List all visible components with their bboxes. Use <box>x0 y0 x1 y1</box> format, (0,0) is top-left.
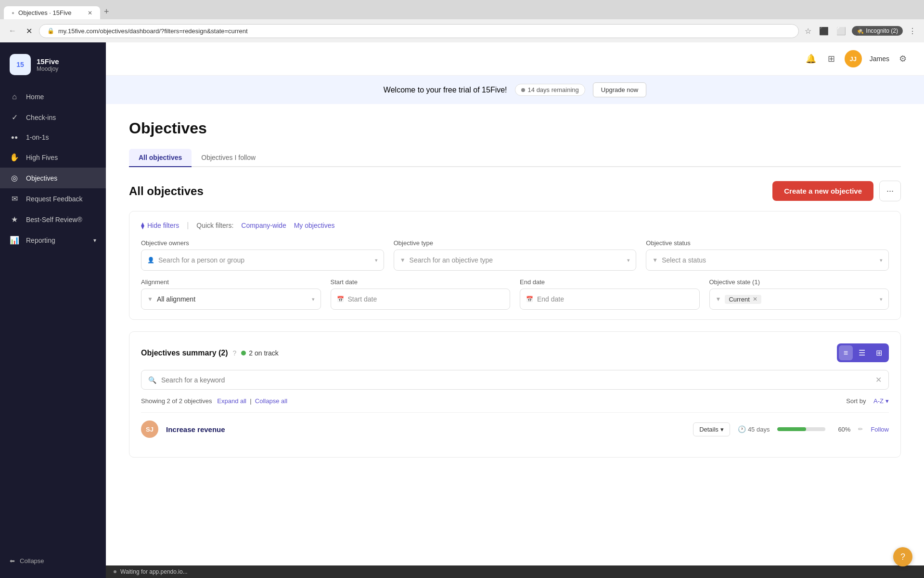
filter-type-dropdown[interactable]: ▼ Search for an objective type ▾ <box>394 250 637 271</box>
progress-bar <box>777 427 825 431</box>
more-options-button[interactable]: ··· <box>879 181 901 201</box>
filter-state-dropdown[interactable]: ▼ Current ✕ ▾ <box>709 289 889 310</box>
trial-days-label: 14 days remaining <box>528 86 579 93</box>
section-title: All objectives <box>129 184 204 198</box>
view-list-compact-button[interactable]: ≡ <box>839 345 853 360</box>
tab-objectives-i-follow[interactable]: Objectives I follow <box>192 149 265 167</box>
filter-startdate-placeholder: Start date <box>348 295 504 303</box>
sidebar-item-home[interactable]: ⌂ Home <box>0 87 106 107</box>
new-tab-button[interactable]: + <box>100 5 113 19</box>
address-bar[interactable]: 🔒 my.15five.com/objectives/dashboard/?fi… <box>39 24 799 38</box>
reporting-arrow-icon: ▾ <box>93 237 96 244</box>
back-button[interactable]: ← <box>6 25 19 37</box>
browser-nav-bar: ← ✕ 🔒 my.15five.com/objectives/dashboard… <box>0 19 924 42</box>
section-actions: Create a new objective ··· <box>772 181 901 201</box>
filter-status-dropdown[interactable]: ▼ Select a status ▾ <box>646 250 889 271</box>
table-row: SJ Increase revenue Details ▾ 🕐 45 days <box>141 412 889 446</box>
summary-title: Objectives summary (2) <box>141 349 228 357</box>
checkins-icon: ✓ <box>10 113 19 122</box>
quick-filter-my-objectives[interactable]: My objectives <box>294 222 335 229</box>
chevron-down-icon-4: ▾ <box>312 296 315 302</box>
settings-button[interactable]: ⚙ <box>897 52 909 66</box>
trial-badge: 14 days remaining <box>515 84 585 96</box>
bestself-icon: ★ <box>10 215 19 224</box>
trial-banner: Welcome to your free trial of 15Five! 14… <box>106 76 924 104</box>
details-button[interactable]: Details ▾ <box>693 422 730 436</box>
person-icon: 👤 <box>147 257 154 263</box>
filter-enddate-dropdown[interactable]: 📅 End date <box>520 289 700 310</box>
objective-name[interactable]: Increase revenue <box>166 425 685 434</box>
tab-all-objectives[interactable]: All objectives <box>129 149 192 167</box>
sort-value[interactable]: A-Z ▾ <box>873 397 889 405</box>
sidebar-item-requestfeedback[interactable]: ✉ Request Feedback <box>0 188 106 209</box>
sidebar-item-1on1s[interactable]: ●● 1-on-1s <box>0 128 106 147</box>
filter-owners-dropdown[interactable]: 👤 Search for a person or group ▾ <box>141 250 384 271</box>
results-count: Showing 2 of 2 objectives Expand all | C… <box>141 397 287 405</box>
filter-state-clear[interactable]: ✕ <box>753 296 757 302</box>
chevron-down-icon-2: ▾ <box>627 257 630 263</box>
hide-filters-button[interactable]: ⧫ Hide filters <box>141 222 179 229</box>
quick-filter-company-wide[interactable]: Company-wide <box>241 222 286 229</box>
1on1s-icon: ●● <box>10 134 19 141</box>
filter-status-label: Objective status <box>646 239 889 247</box>
user-avatar[interactable]: JJ <box>845 50 862 67</box>
bookmark-icon[interactable]: ☆ <box>803 25 813 38</box>
sidebar-item-1on1s-label: 1-on-1s <box>26 133 49 141</box>
alignment-icon: ▼ <box>147 296 153 302</box>
objectives-icon: ◎ <box>10 173 19 183</box>
keyword-search-input[interactable] <box>161 376 871 384</box>
sidebar-item-highfives-label: High Fives <box>26 154 58 161</box>
search-icon: 🔍 <box>148 376 156 384</box>
sidebar-item-reporting[interactable]: 📊 Reporting ▾ <box>0 230 106 250</box>
notifications-button[interactable]: 🔔 <box>804 52 818 66</box>
sidebar-item-checkins[interactable]: ✓ Check-ins <box>0 107 106 128</box>
edit-icon: ✏ <box>858 426 863 433</box>
browser-tab-active[interactable]: ● Objectives · 15Five ✕ <box>4 6 100 19</box>
help-fab-button[interactable]: ? <box>893 547 912 566</box>
state-filter-icon: ▼ <box>716 296 721 302</box>
requestfeedback-icon: ✉ <box>10 194 19 203</box>
company-sub: Moodjoy <box>37 66 59 72</box>
view-list-button[interactable]: ☰ <box>854 345 870 360</box>
company-name: 15Five <box>37 57 59 66</box>
filter-row-2: Alignment ▼ All alignment ▾ Start date 📅… <box>141 278 889 310</box>
filter-alignment-value: All alignment <box>157 295 308 303</box>
split-view-icon[interactable]: ⬜ <box>834 25 848 38</box>
banner-text: Welcome to your free trial of 15Five! <box>384 86 507 94</box>
on-track-dot <box>241 351 246 355</box>
main-content: 🔔 ⊞ JJ James ⚙ Welcome to your free tria… <box>106 42 924 578</box>
sidebar-item-bestself[interactable]: ★ Best-Self Review® <box>0 209 106 230</box>
tab-title: Objectives · 15Five <box>18 9 72 16</box>
filter-startdate-dropdown[interactable]: 📅 Start date <box>331 289 511 310</box>
sidebar-collapse-button[interactable]: ⬅ Collapse <box>0 552 106 570</box>
create-objective-button[interactable]: Create a new objective <box>772 181 873 201</box>
status-dot <box>114 570 116 573</box>
sort-control[interactable]: Sort by A-Z ▾ <box>846 397 889 405</box>
on-track-label: 2 on track <box>249 349 278 357</box>
menu-button[interactable]: ⋮ <box>907 25 918 38</box>
reload-button[interactable]: ✕ <box>23 25 35 38</box>
collapse-all-link[interactable]: Collapse all <box>255 397 287 405</box>
sidebar-item-highfives[interactable]: ✋ High Fives <box>0 147 106 168</box>
filter-group-startdate: Start date 📅 Start date <box>331 278 511 310</box>
filter-top-row: ⧫ Hide filters | Quick filters: Company-… <box>141 221 889 230</box>
expand-all-link[interactable]: Expand all <box>217 397 246 405</box>
tab-close-btn[interactable]: ✕ <box>88 10 92 16</box>
status-bar: Waiting for app.pendo.io... <box>106 565 924 578</box>
quick-filters-label: Quick filters: <box>196 222 233 229</box>
apps-button[interactable]: ⊞ <box>826 52 837 66</box>
filter-group-enddate: End date 📅 End date <box>520 278 700 310</box>
sidebar-item-checkins-label: Check-ins <box>26 114 56 121</box>
follow-button[interactable]: Follow <box>871 426 889 433</box>
help-icon[interactable]: ? <box>233 349 237 357</box>
sidebar-item-objectives[interactable]: ◎ Objectives <box>0 168 106 188</box>
progress-fill <box>777 427 806 431</box>
filter-alignment-dropdown[interactable]: ▼ All alignment ▾ <box>141 289 321 310</box>
filter-state-label: Objective state (1) <box>709 278 889 286</box>
search-clear-button[interactable]: ✕ <box>875 375 882 384</box>
upgrade-button[interactable]: Upgrade now <box>593 82 646 97</box>
sidebar-item-home-label: Home <box>26 93 44 101</box>
view-grid-button[interactable]: ⊞ <box>871 345 887 360</box>
highfives-icon: ✋ <box>10 153 19 162</box>
extension-icon[interactable]: ⬛ <box>817 25 831 38</box>
